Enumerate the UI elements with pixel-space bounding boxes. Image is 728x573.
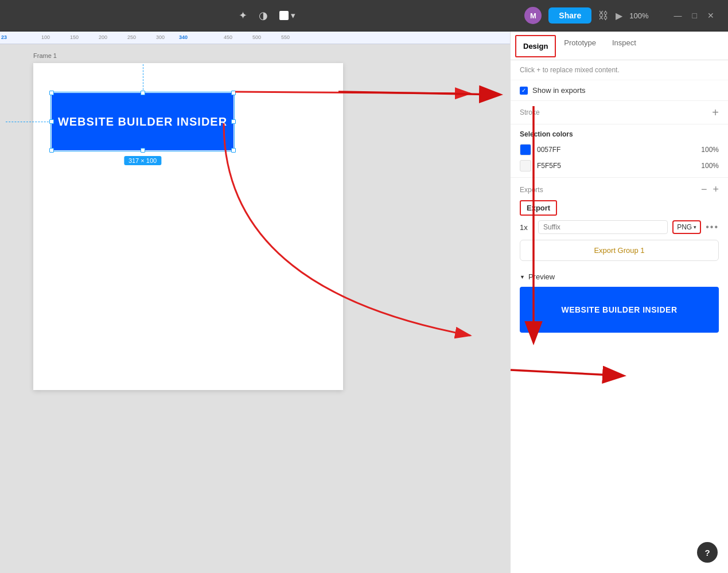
preview-header: ▼ Preview — [520, 272, 719, 281]
handle-tr[interactable] — [231, 91, 236, 95]
preview-triangle-icon: ▼ — [520, 274, 525, 280]
export-label-row: Export — [520, 200, 719, 216]
right-panel: Design Prototype Inspect Click + to repl… — [510, 32, 728, 573]
color-row-1: 0057FF 100% — [520, 144, 719, 155]
tab-inspect[interactable]: Inspect — [604, 32, 644, 60]
help-button[interactable]: ? — [697, 542, 718, 563]
export-label: Export — [520, 200, 557, 216]
exports-plus-icon[interactable]: + — [713, 184, 719, 196]
frame-label: Frame 1 — [33, 52, 57, 59]
link-icon[interactable]: ⛓ — [598, 10, 609, 22]
ruler-mark-340: 340 — [179, 34, 188, 40]
handle-bl[interactable] — [49, 148, 54, 153]
play-icon[interactable]: ▶ — [616, 10, 622, 21]
mixed-content-hint: Click + to replace mixed content. — [511, 60, 728, 80]
stroke-section: Stroke + — [511, 101, 728, 124]
ruler-mark-200: 200 — [99, 34, 107, 40]
ruler-mark-500: 500 — [252, 34, 261, 40]
handle-br[interactable] — [231, 148, 236, 153]
handle-ml[interactable] — [49, 119, 54, 124]
color-opacity-blue: 100% — [701, 146, 719, 154]
win-minimize-icon[interactable]: — — [669, 9, 687, 22]
export-format-dropdown-icon: ▾ — [694, 224, 696, 230]
handle-mr[interactable] — [231, 119, 236, 124]
exports-header: Exports − + — [511, 178, 728, 198]
show-exports-label: Show in exports — [532, 86, 586, 95]
element-text: WEBSITE BUILDER INSIDER — [58, 115, 227, 128]
export-options-row: 1x PNG ▾ ••• — [520, 220, 719, 234]
selection-colors-title: Selection colors — [520, 130, 719, 138]
preview-title: Preview — [528, 272, 555, 281]
canvas-frame[interactable]: WEBSITE BUILDER INSIDER 317 × 100 — [33, 63, 343, 390]
ruler-mark-100: 100 — [41, 34, 50, 40]
exports-title: Exports — [520, 186, 543, 194]
ruler-mark-300: 300 — [156, 34, 165, 40]
color-hex-gray: F5F5F5 — [537, 162, 695, 170]
selected-element[interactable]: WEBSITE BUILDER INSIDER 317 × 100 — [52, 93, 233, 150]
export-scale: 1x — [520, 223, 534, 232]
ruler-mark-550: 550 — [281, 34, 290, 40]
window-controls: — □ ✕ — [669, 9, 719, 22]
color-hex-blue: 0057FF — [537, 146, 695, 154]
color-row-2: F5F5F5 100% — [520, 160, 719, 171]
win-restore-icon[interactable]: □ — [688, 9, 702, 22]
win-close-icon[interactable]: ✕ — [703, 9, 719, 22]
share-button[interactable]: Share — [548, 7, 591, 24]
zoom-level[interactable]: 100% — [629, 11, 648, 20]
toolbar-right: Design M Share ⛓ ▶ 100% — □ ✕ — [524, 7, 719, 24]
export-format-label: PNG — [677, 223, 692, 231]
handle-tm[interactable] — [141, 91, 145, 95]
show-exports-checkbox[interactable]: ✓ — [520, 87, 528, 95]
export-group-button[interactable]: Export Group 1 — [520, 240, 719, 261]
ruler-mark-450: 450 — [224, 34, 232, 40]
export-more-icon[interactable]: ••• — [706, 222, 719, 232]
exports-controls: − + — [701, 184, 719, 196]
color-swatch-blue[interactable] — [520, 144, 531, 155]
preview-image: WEBSITE BUILDER INSIDER — [520, 287, 719, 333]
preview-text: WEBSITE BUILDER INSIDER — [561, 305, 677, 314]
dimension-label: 317 × 100 — [124, 156, 161, 165]
canvas-area: 23 100 150 200 250 300 340 450 500 550 F… — [0, 32, 510, 573]
show-in-exports-row: ✓ Show in exports — [511, 80, 728, 101]
tab-design[interactable]: Design — [515, 35, 556, 57]
export-suffix-input[interactable] — [538, 220, 668, 234]
export-format-selector[interactable]: PNG ▾ — [672, 220, 701, 234]
toolbar-center: ✦ ◑ ▾ — [239, 9, 295, 22]
exports-minus-icon[interactable]: − — [701, 184, 707, 196]
component-icon[interactable]: ✦ — [239, 9, 247, 22]
export-section: Export 1x PNG ▾ ••• Export Group 1 — [511, 198, 728, 268]
color-opacity-gray: 100% — [701, 162, 719, 170]
ruler-mark-23: 23 — [1, 34, 7, 40]
app-body: 23 100 150 200 250 300 340 450 500 550 F… — [0, 32, 728, 573]
handle-tl[interactable] — [49, 91, 54, 95]
handle-bm[interactable] — [141, 148, 145, 153]
color-swatch-gray[interactable] — [520, 160, 531, 171]
ruler-horizontal: 23 100 150 200 250 300 340 450 500 550 — [0, 32, 510, 44]
selection-colors-section: Selection colors 0057FF 100% F5F5F5 100% — [511, 124, 728, 178]
ruler-mark-250: 250 — [127, 34, 136, 40]
stroke-add-icon[interactable]: + — [712, 107, 719, 118]
avatar: Design M — [524, 7, 542, 24]
preview-section: ▼ Preview WEBSITE BUILDER INSIDER — [511, 268, 728, 342]
theme-toggle-icon[interactable]: ◑ — [259, 9, 268, 22]
frame-select[interactable]: ▾ — [279, 10, 295, 21]
tab-prototype[interactable]: Prototype — [556, 32, 604, 60]
panel-tabs: Design Prototype Inspect — [511, 32, 728, 60]
stroke-label: Stroke — [520, 108, 540, 116]
ruler-mark-150: 150 — [70, 34, 79, 40]
